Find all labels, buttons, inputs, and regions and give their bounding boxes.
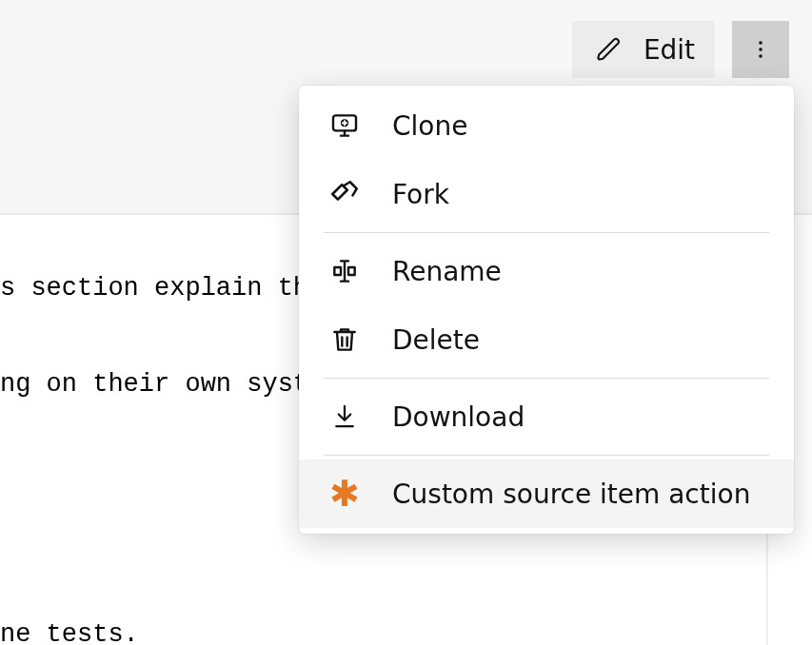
menu-separator — [324, 232, 769, 233]
page-root: Edit s section explain the ng on their o… — [0, 0, 812, 645]
menu-item-custom-action[interactable]: ✱ Custom source item action — [299, 459, 794, 528]
svg-point-2 — [759, 54, 762, 58]
download-icon — [327, 400, 362, 434]
menu-item-label: Clone — [392, 110, 467, 142]
rename-icon — [327, 254, 362, 288]
svg-point-0 — [759, 41, 762, 45]
menu-separator — [324, 455, 769, 456]
menu-item-label: Fork — [392, 179, 449, 210]
menu-item-delete[interactable]: Delete — [299, 305, 794, 374]
kebab-icon — [749, 38, 772, 61]
menu-item-label: Download — [392, 401, 525, 433]
delete-icon — [327, 322, 362, 357]
actions-menu: Clone Fork Rename — [299, 86, 794, 534]
toolbar: Edit — [572, 21, 789, 78]
more-actions-button[interactable] — [732, 21, 789, 78]
menu-item-label: Custom source item action — [392, 479, 750, 510]
pencil-icon — [592, 32, 626, 67]
menu-item-rename[interactable]: Rename — [299, 237, 794, 305]
edit-button-label: Edit — [644, 34, 695, 66]
menu-separator — [324, 378, 769, 379]
menu-item-clone[interactable]: Clone — [299, 91, 794, 160]
custom-action-icon: ✱ — [327, 477, 362, 511]
svg-point-1 — [759, 48, 762, 51]
menu-item-label: Rename — [392, 256, 502, 287]
menu-item-download[interactable]: Download — [299, 382, 794, 451]
fork-icon — [327, 177, 362, 211]
code-line: ne tests. — [0, 616, 812, 645]
clone-icon — [327, 108, 362, 143]
menu-item-fork[interactable]: Fork — [299, 160, 794, 228]
menu-item-label: Delete — [392, 324, 480, 356]
edit-button[interactable]: Edit — [572, 21, 715, 78]
